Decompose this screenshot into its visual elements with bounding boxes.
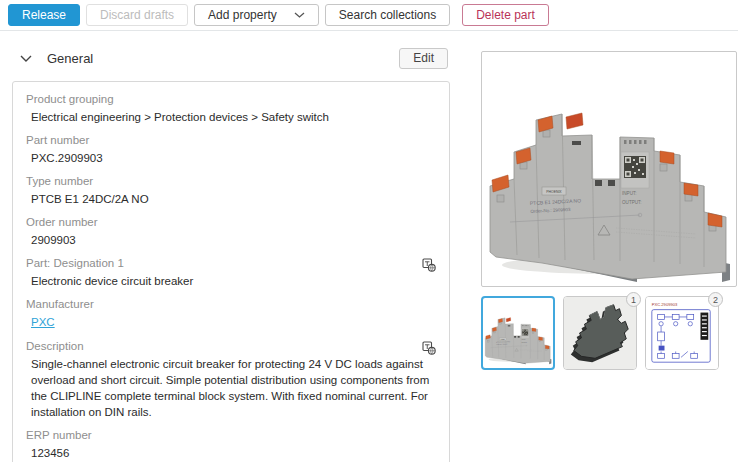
field-value: PTCB E1 24DC/2A NO bbox=[31, 191, 436, 207]
field-value: Single-channel electronic circuit breake… bbox=[31, 356, 436, 420]
field-label: Type number bbox=[26, 175, 436, 187]
field-label: Part number bbox=[26, 134, 436, 146]
section-title: General bbox=[47, 51, 93, 66]
thumbnail-badge: 1 bbox=[626, 292, 641, 307]
product-photo bbox=[482, 52, 736, 286]
field-part-number: Part number PXC.2909903 bbox=[26, 134, 436, 166]
manufacturer-link[interactable]: PXC bbox=[31, 316, 55, 328]
add-property-dropdown[interactable]: Add property bbox=[194, 4, 319, 26]
field-manufacturer: Manufacturer PXC bbox=[26, 298, 436, 330]
thumbnail-badge: 2 bbox=[708, 292, 723, 307]
translation-icon[interactable] bbox=[422, 341, 436, 359]
release-button[interactable]: Release bbox=[8, 4, 80, 26]
field-value: PXC.2909903 bbox=[31, 150, 436, 166]
thumbnail-circuit-diagram[interactable]: PXC.2909903 bbox=[645, 296, 719, 370]
field-label: Product grouping bbox=[26, 93, 436, 105]
image-gallery: 1 PXC.2909903 bbox=[481, 51, 737, 462]
cad-profile-image bbox=[564, 297, 636, 369]
thumbnail-row: 1 PXC.2909903 bbox=[481, 296, 737, 370]
field-label: ERP number bbox=[26, 429, 436, 441]
thumbnail-product-photo[interactable] bbox=[481, 296, 555, 370]
field-description: Description Single-channel electronic ci… bbox=[26, 340, 436, 420]
field-product-grouping: Product grouping Electrical engineering … bbox=[26, 93, 436, 125]
section-header: General Edit bbox=[12, 45, 450, 71]
general-panel: Product grouping Electrical engineering … bbox=[12, 81, 450, 462]
delete-part-button[interactable]: Delete part bbox=[462, 4, 549, 26]
field-label: Order number bbox=[26, 216, 436, 228]
collapse-chevron-icon[interactable] bbox=[20, 55, 32, 62]
field-value: Electrical engineering > Protection devi… bbox=[31, 109, 436, 125]
toolbar: Release Discard drafts Add property Sear… bbox=[0, 0, 738, 31]
circuit-diagram-image: PXC.2909903 bbox=[646, 297, 718, 369]
diagram-title-print: PXC.2909903 bbox=[652, 302, 678, 307]
field-label: Description bbox=[26, 340, 436, 352]
field-label: Manufacturer bbox=[26, 298, 436, 310]
product-image[interactable] bbox=[481, 51, 737, 287]
field-order-number: Order number 2909903 bbox=[26, 216, 436, 248]
product-photo-thumb bbox=[483, 298, 553, 368]
field-erp-number: ERP number 123456 bbox=[26, 429, 436, 461]
search-collections-button[interactable]: Search collections bbox=[325, 4, 450, 26]
chevron-down-icon bbox=[294, 12, 305, 18]
field-value: 123456 bbox=[31, 445, 436, 461]
content: General Edit Product grouping Electrical… bbox=[0, 31, 738, 462]
field-type-number: Type number PTCB E1 24DC/2A NO bbox=[26, 175, 436, 207]
thumbnail-cad-profile[interactable]: 1 bbox=[563, 296, 637, 370]
edit-button[interactable]: Edit bbox=[399, 48, 448, 69]
field-label: Part: Designation 1 bbox=[26, 257, 436, 269]
translation-icon[interactable] bbox=[422, 258, 436, 276]
field-value: Electronic device circuit breaker bbox=[31, 273, 436, 289]
discard-drafts-button[interactable]: Discard drafts bbox=[86, 4, 188, 26]
field-value: 2909903 bbox=[31, 232, 436, 248]
general-section: General Edit Product grouping Electrical… bbox=[12, 41, 450, 462]
add-property-label: Add property bbox=[208, 8, 277, 22]
field-part-designation-1: Part: Designation 1 Electronic device ci… bbox=[26, 257, 436, 289]
